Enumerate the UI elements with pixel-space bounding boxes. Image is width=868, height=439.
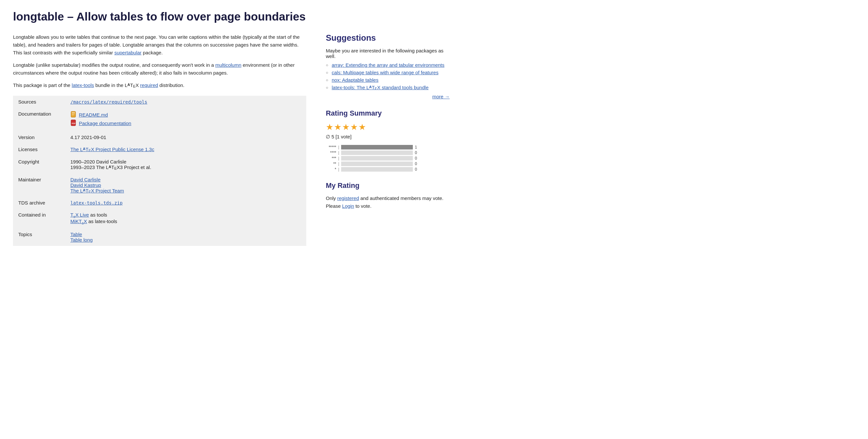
suggestions-title: Suggestions <box>326 33 450 43</box>
main-content: Longtable allows you to write tables tha… <box>13 33 306 246</box>
list-item: array: Extending the array and tabular e… <box>326 62 450 68</box>
table-row: Documentation README.m <box>13 108 306 131</box>
doc-row-readme: README.md <box>70 111 301 118</box>
label-copyright: Copyright <box>13 156 65 174</box>
label-version: Version <box>13 131 65 143</box>
rating-bar-1: * | 0 <box>326 167 450 171</box>
more-link[interactable]: more → <box>432 94 450 99</box>
table-row: Contained in TEX Live as tools MiKTEX as… <box>13 209 306 228</box>
label-topics: Topics <box>13 228 65 246</box>
pdf-icon: PDF <box>70 120 77 127</box>
multicolumn-link[interactable]: multicolumn <box>215 62 242 68</box>
topic-table-long-link[interactable]: Table long <box>70 237 93 243</box>
texlive-link[interactable]: TEX Live <box>70 212 89 218</box>
list-item: nox: Adaptable tables <box>326 77 450 83</box>
suggestion-array-link[interactable]: array: Extending the array and tabular e… <box>332 62 444 68</box>
more-link-container: more → <box>326 94 450 99</box>
my-rating-text: Only registered and authenticated member… <box>326 194 450 210</box>
miktex-link[interactable]: MiKTEX <box>70 219 87 224</box>
sources-link[interactable]: /macros/latex/required/tools <box>70 99 147 104</box>
description-3: This package is part of the latex-tools … <box>13 82 306 89</box>
maintainer-team-link[interactable]: The LATEX Project Team <box>70 188 124 193</box>
suggestion-nox-link[interactable]: nox: Adaptable tables <box>332 77 378 83</box>
table-row: TDS archive latex-tools.tds.zip <box>13 197 306 209</box>
license-link[interactable]: The LATEX Project Public License 1.3c <box>70 147 154 152</box>
suggestion-cals-link[interactable]: cals: Multipage tables with wide range o… <box>332 70 439 75</box>
my-rating-title: My Rating <box>326 181 450 190</box>
login-link[interactable]: Login <box>342 203 354 209</box>
maintainer-kastrup-link[interactable]: David Kastrup <box>70 182 101 188</box>
sidebar: Suggestions Maybe you are interested in … <box>326 33 450 246</box>
bar-outer-4 <box>341 151 413 155</box>
readme-link[interactable]: README.md <box>79 112 108 118</box>
package-doc-link[interactable]: Package documentation <box>79 121 131 126</box>
suggestions-list: array: Extending the array and tabular e… <box>326 62 450 91</box>
table-row: Copyright 1990–2020 David Carlisle 1993–… <box>13 156 306 174</box>
label-sources: Sources <box>13 96 65 108</box>
latex-tools-link[interactable]: latex-tools <box>72 83 94 88</box>
doc-row-pkg: PDF Package documentation <box>70 120 301 127</box>
label-contained: Contained in <box>13 209 65 228</box>
page-title: longtable – Allow tables to flow over pa… <box>13 10 855 24</box>
bar-outer-1 <box>341 167 413 171</box>
table-row: Topics Table Table long <box>13 228 306 246</box>
value-version: 4.17 2021-09-01 <box>65 131 306 143</box>
svg-rect-1 <box>72 112 75 113</box>
description-2: Longtable (unlike supertabular) modifies… <box>13 61 306 77</box>
value-contained: TEX Live as tools MiKTEX as latex-tools <box>65 209 306 228</box>
value-documentation: README.md PDF Package documentation <box>65 108 306 131</box>
label-documentation: Documentation <box>13 108 65 131</box>
info-table: Sources /macros/latex/required/tools Doc… <box>13 96 306 246</box>
rating-bars: ***** | 1 **** | 0 *** | <box>326 145 450 171</box>
description-1: Longtable allows you to write tables tha… <box>13 33 306 57</box>
value-sources: /macros/latex/required/tools <box>65 96 306 108</box>
rating-bar-5: ***** | 1 <box>326 145 450 150</box>
value-topics: Table Table long <box>65 228 306 246</box>
svg-rect-3 <box>72 115 74 115</box>
list-item: cals: Multipage tables with wide range o… <box>326 70 450 75</box>
label-licenses: Licenses <box>13 143 65 156</box>
maintainer-carlisle-link[interactable]: David Carlisle <box>70 177 101 182</box>
rating-bar-2: ** | 0 <box>326 161 450 166</box>
table-row: Maintainer David Carlisle David Kastrup … <box>13 174 306 197</box>
value-licenses: The LATEX Project Public License 1.3c <box>65 143 306 156</box>
rating-avg-text: ∅ 5 [1 vote] <box>326 134 450 140</box>
label-tds: TDS archive <box>13 197 65 209</box>
rating-bar-4: **** | 0 <box>326 151 450 155</box>
tds-link[interactable]: latex-tools.tds.zip <box>70 200 123 206</box>
stars-display: ★★★★★ <box>326 122 450 132</box>
rating-summary-title: Rating Summary <box>326 109 450 118</box>
value-maintainer: David Carlisle David Kastrup The LATEX P… <box>65 174 306 197</box>
bar-inner-5 <box>341 145 413 150</box>
topic-table-link[interactable]: Table <box>70 231 82 237</box>
svg-text:PDF: PDF <box>72 122 75 124</box>
bar-outer-5 <box>341 145 413 150</box>
suggestions-intro: Maybe you are interested in the followin… <box>326 48 450 59</box>
svg-rect-2 <box>72 114 75 114</box>
value-copyright: 1990–2020 David Carlisle 1993–2023 The L… <box>65 156 306 174</box>
required-link[interactable]: required <box>140 83 158 88</box>
page-layout: Longtable allows you to write tables tha… <box>13 33 469 246</box>
bar-outer-3 <box>341 156 413 161</box>
rating-bar-3: *** | 0 <box>326 156 450 161</box>
list-item: latex-tools: The LATEX standard tools bu… <box>326 85 450 91</box>
supertabular-link[interactable]: supertabular <box>114 50 142 55</box>
table-row: Version 4.17 2021-09-01 <box>13 131 306 143</box>
registered-link[interactable]: registered <box>337 195 359 201</box>
table-row: Sources /macros/latex/required/tools <box>13 96 306 108</box>
doc-icon <box>70 111 77 118</box>
suggestion-latex-tools-link[interactable]: latex-tools: The LATEX standard tools bu… <box>332 85 429 90</box>
label-maintainer: Maintainer <box>13 174 65 197</box>
value-tds: latex-tools.tds.zip <box>65 197 306 209</box>
table-row: Licenses The LATEX Project Public Licens… <box>13 143 306 156</box>
svg-rect-0 <box>71 112 75 117</box>
bar-outer-2 <box>341 161 413 166</box>
